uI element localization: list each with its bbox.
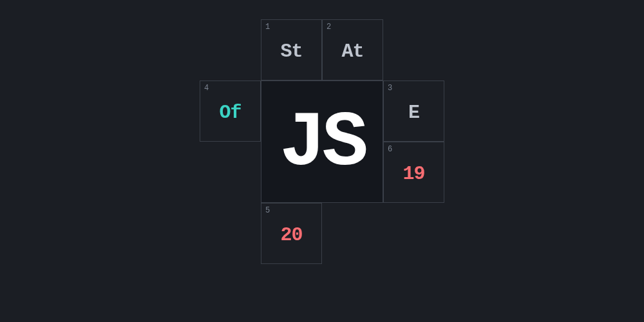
tile-st: 1 St [261,19,322,80]
tile-symbol: JS [261,100,383,187]
tile-number: 5 [265,206,270,215]
tile-number: 4 [204,84,209,93]
tile-symbol: E [384,101,444,123]
tile-symbol: Of [200,101,260,123]
logo-canvas: 1 St 2 At 4 Of JS 3 E 6 19 5 20 [0,0,644,322]
tile-at: 2 At [322,19,383,80]
tile-19: 6 19 [383,142,444,203]
tile-20: 5 20 [261,203,322,264]
tile-symbol: St [261,40,321,62]
tile-symbol: 20 [261,223,321,245]
tile-e: 3 E [383,80,444,142]
tile-symbol: At [323,40,383,62]
tile-number: 2 [327,23,331,32]
tile-js: JS [261,80,383,203]
tile-number: 3 [388,84,392,93]
tile-of: 4 Of [200,80,261,142]
tile-number: 6 [388,145,392,154]
tile-number: 1 [265,23,270,32]
tile-symbol: 19 [384,162,444,184]
